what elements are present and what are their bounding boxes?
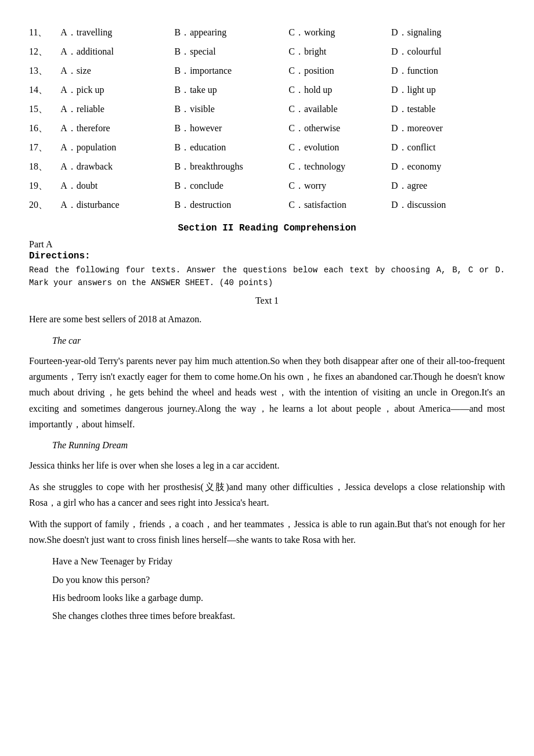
option-d: D．moreover	[391, 119, 505, 138]
option-a: A．additional	[60, 42, 174, 62]
book2-para3: With the support of family，friends，a coa…	[29, 516, 505, 548]
table-row: 18、 A．drawback B．breakthroughs C．technol…	[29, 157, 505, 177]
table-row: 19、 A．doubt B．conclude C．worry D．agree	[29, 177, 505, 196]
option-a: A．doubt	[60, 177, 174, 196]
text1-title: Text 1	[29, 296, 505, 306]
option-b: B．destruction	[174, 196, 288, 215]
option-a: A．disturbance	[60, 196, 174, 215]
question-number: 17、	[29, 138, 60, 157]
option-d: D．testable	[391, 100, 505, 119]
book2-para1: Jessica thinks her life is over when she…	[29, 458, 505, 473]
question-number: 11、	[29, 23, 60, 42]
option-c: C．otherwise	[288, 119, 391, 138]
option-a: A．pick up	[60, 81, 174, 100]
table-row: 16、 A．therefore B．however C．otherwise D．…	[29, 119, 505, 138]
book2-para2: As she struggles to cope with her prosth…	[29, 479, 505, 510]
option-a: A．drawback	[60, 157, 174, 177]
directions-label: Directions:	[29, 251, 505, 261]
option-c: C．available	[288, 100, 391, 119]
option-d: D．conflict	[391, 138, 505, 157]
option-a: A．therefore	[60, 119, 174, 138]
book3-line3: She changes clothes three times before b…	[52, 608, 505, 624]
book1-title: The car	[52, 333, 505, 348]
option-b: B．education	[174, 138, 288, 157]
table-row: 20、 A．disturbance B．destruction C．satisf…	[29, 196, 505, 215]
question-number: 20、	[29, 196, 60, 215]
option-c: C．technology	[288, 157, 391, 177]
option-b: B．breakthroughs	[174, 157, 288, 177]
option-c: C．bright	[288, 42, 391, 62]
option-c: C．worry	[288, 177, 391, 196]
option-c: C．satisfaction	[288, 196, 391, 215]
table-row: 14、 A．pick up B．take up C．hold up D．ligh…	[29, 81, 505, 100]
section-title: Section II Reading Comprehension	[29, 223, 505, 233]
part-label: Part A	[29, 239, 505, 250]
option-c: C．working	[288, 23, 391, 42]
question-number: 18、	[29, 157, 60, 177]
directions-text: Read the following four texts. Answer th…	[29, 264, 505, 290]
question-number: 16、	[29, 119, 60, 138]
table-row: 17、 A．population B．education C．evolution…	[29, 138, 505, 157]
option-b: B．visible	[174, 100, 288, 119]
book3-line1: Do you know this person?	[52, 572, 505, 588]
question-number: 12、	[29, 42, 60, 62]
table-row: 15、 A．reliable B．visible C．available D．t…	[29, 100, 505, 119]
option-d: D．signaling	[391, 23, 505, 42]
option-b: B．take up	[174, 81, 288, 100]
question-number: 19、	[29, 177, 60, 196]
table-row: 11、 A．travelling B．appearing C．working D…	[29, 23, 505, 42]
option-b: B．conclude	[174, 177, 288, 196]
table-row: 13、 A．size B．importance C．position D．fun…	[29, 62, 505, 81]
question-number: 13、	[29, 62, 60, 81]
questions-table: 11、 A．travelling B．appearing C．working D…	[29, 23, 505, 215]
option-c: C．evolution	[288, 138, 391, 157]
book2-title: The Running Dream	[52, 438, 505, 453]
option-b: B．appearing	[174, 23, 288, 42]
option-a: A．travelling	[60, 23, 174, 42]
option-d: D．economy	[391, 157, 505, 177]
option-d: D．colourful	[391, 42, 505, 62]
book1-para1: Fourteen-year-old Terry's parents never …	[29, 353, 505, 432]
table-row: 12、 A．additional B．special C．bright D．co…	[29, 42, 505, 62]
option-a: A．size	[60, 62, 174, 81]
option-d: D．discussion	[391, 196, 505, 215]
option-d: D．function	[391, 62, 505, 81]
option-c: C．hold up	[288, 81, 391, 100]
option-b: B．importance	[174, 62, 288, 81]
intro-text: Here are some best sellers of 2018 at Am…	[29, 312, 505, 327]
option-d: D．agree	[391, 177, 505, 196]
question-number: 14、	[29, 81, 60, 100]
option-d: D．light up	[391, 81, 505, 100]
option-b: B．however	[174, 119, 288, 138]
book3-line2: His bedroom looks like a garbage dump.	[52, 590, 505, 606]
option-a: A．population	[60, 138, 174, 157]
book3-title: Have a New Teenager by Friday	[52, 553, 505, 569]
option-c: C．position	[288, 62, 391, 81]
option-b: B．special	[174, 42, 288, 62]
question-number: 15、	[29, 100, 60, 119]
option-a: A．reliable	[60, 100, 174, 119]
